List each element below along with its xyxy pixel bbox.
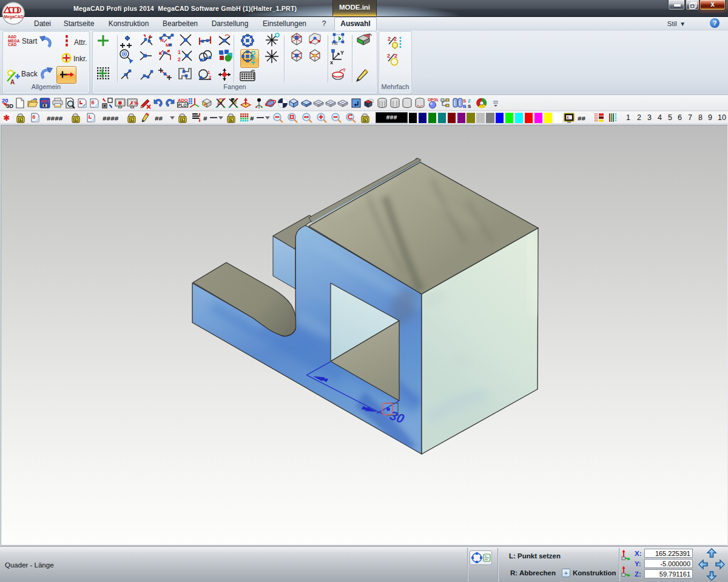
svg-text:PRT: PRT (41, 99, 50, 104)
svg-text:S: S (230, 118, 232, 122)
svg-text:Y: Y (340, 50, 344, 56)
svg-text:S: S (75, 118, 77, 122)
svg-text:✗%: ✗% (130, 100, 139, 106)
svg-text:####: #### (47, 115, 63, 122)
svg-text:2: 2 (388, 36, 391, 42)
svg-text:?: ? (343, 67, 346, 73)
svg-text:S: S (364, 118, 366, 122)
svg-text:S: S (130, 118, 133, 122)
svg-text:#: # (203, 115, 207, 122)
svg-text:S: S (463, 98, 467, 104)
svg-text:S: S (19, 118, 22, 122)
svg-text:✱: ✱ (118, 100, 123, 106)
svg-text:2: 2 (394, 36, 397, 42)
svg-text:Z: Z (468, 98, 471, 104)
svg-text:2: 2 (387, 53, 390, 59)
svg-text:x: x (330, 59, 333, 65)
svg-text:OPGL: OPGL (428, 98, 439, 102)
svg-text:CAD: CAD (8, 42, 16, 47)
svg-text:3D: 3D (6, 102, 13, 109)
svg-text:6: 6 (92, 99, 95, 105)
svg-text:##: ## (155, 115, 163, 122)
svg-text:✱: ✱ (4, 113, 10, 122)
svg-text:S: S (181, 118, 184, 122)
svg-text:2: 2 (178, 56, 181, 62)
svg-text:##: ## (578, 115, 586, 122)
svg-text:MegaCAD: MegaCAD (4, 15, 24, 19)
svg-text:####: #### (103, 115, 119, 122)
svg-text:2: 2 (209, 75, 212, 80)
svg-text:S: S (468, 104, 471, 109)
svg-text:6: 6 (33, 114, 36, 120)
svg-text:1: 1 (178, 49, 181, 55)
svg-text:#: # (250, 115, 254, 122)
svg-text:B: B (463, 104, 467, 109)
svg-text:A: A (10, 79, 15, 85)
svg-text:2: 2 (394, 53, 397, 59)
